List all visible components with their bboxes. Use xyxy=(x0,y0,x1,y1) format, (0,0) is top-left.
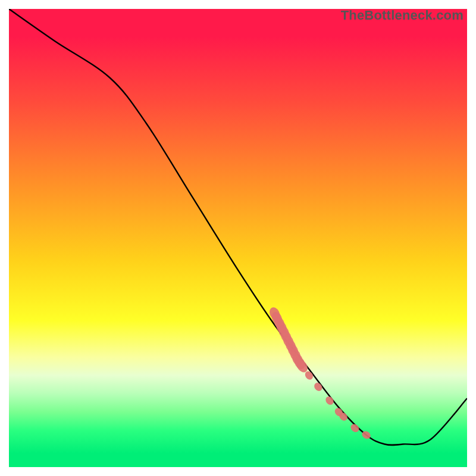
bottleneck-curve-line xyxy=(9,9,467,445)
plot-svg xyxy=(9,9,467,467)
bottleneck-chart: TheBottleneck.com xyxy=(9,9,467,467)
gpu-sample-cluster xyxy=(268,306,372,441)
